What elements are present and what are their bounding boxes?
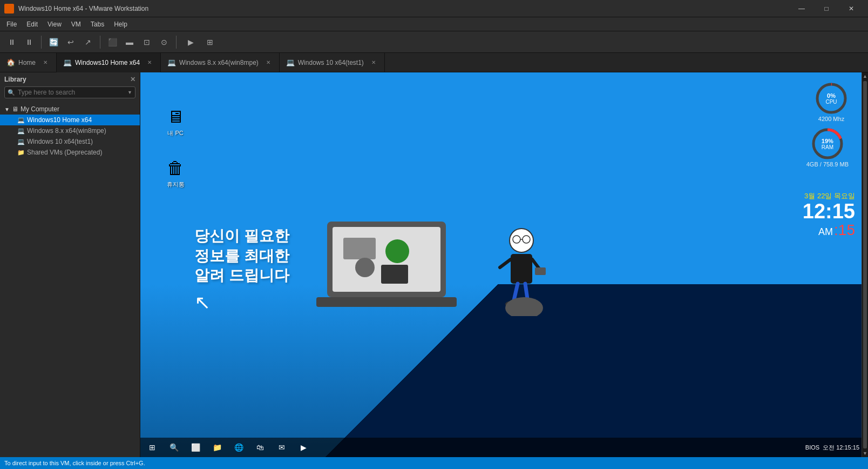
tab-win8[interactable]: 💻 Windows 8.x x64(win8mpe) ✕ <box>161 53 280 72</box>
vm-taskbar: ⊞ 🔍 ⬜ 📁 🌐 🛍 ✉ ▶ BIOS 오전 12:15:15 <box>140 438 862 457</box>
menu-help[interactable]: Help <box>110 19 132 29</box>
taskbar-taskview[interactable]: ⬜ <box>186 440 205 455</box>
ram-ring: 19% RAM <box>810 126 845 161</box>
search-dropdown-icon[interactable]: ▼ <box>127 90 132 95</box>
tree-item-win8-label: Windows 8.x x64(win8mpe) <box>27 127 106 135</box>
ram-percent: 19% <box>822 138 833 144</box>
tabs-bar: 🏠 Home ✕ 💻 Windows10 Home x64 ✕ 💻 Window… <box>0 53 868 72</box>
clock-seconds: :15 <box>834 222 855 239</box>
toolbar-sep-1 <box>41 36 42 49</box>
main-area: Library ✕ 🔍 ▼ ▼ 🖥 My Computer 💻 Windows1… <box>0 72 868 457</box>
svg-rect-5 <box>381 265 408 284</box>
taskbar-media[interactable]: ▶ <box>294 440 313 455</box>
toolbar-unity[interactable]: ⊙ <box>157 35 172 50</box>
menu-edit[interactable]: Edit <box>22 19 42 29</box>
menu-view[interactable]: View <box>43 19 66 29</box>
tab-home[interactable]: 🏠 Home ✕ <box>0 53 57 72</box>
sidebar: Library ✕ 🔍 ▼ ▼ 🖥 My Computer 💻 Windows1… <box>0 72 140 457</box>
toolbar-suspend[interactable]: ⏸ <box>4 35 19 50</box>
svg-line-12 <box>500 259 511 267</box>
tab-win10test-close[interactable]: ✕ <box>369 58 378 67</box>
tab-win10-close[interactable]: ✕ <box>145 58 154 67</box>
scroll-thumb[interactable] <box>863 81 867 448</box>
toolbar-fullscreen[interactable]: ⊡ <box>139 35 154 50</box>
cpu-percent: 0% <box>825 92 837 99</box>
status-bar: To direct input to this VM, click inside… <box>0 457 868 469</box>
tree-item-win10home-label: Windows10 Home x64 <box>27 116 92 124</box>
ram-detail: 4GB / 758.9 MB <box>806 161 849 168</box>
character-svg <box>494 224 548 316</box>
search-box: 🔍 ▼ <box>4 86 135 98</box>
mypc-icon: 🖥 <box>167 107 184 127</box>
svg-rect-4 <box>343 238 376 259</box>
tab-win8-label: Windows 8.x x64(win8mpe) <box>179 59 259 66</box>
recycle-icon: 🗑 <box>167 158 184 178</box>
tab-win8-close[interactable]: ✕ <box>264 58 273 67</box>
taskbar-explorer[interactable]: 📁 <box>207 440 227 455</box>
desktop-icon-mypc[interactable]: 🖥 내 PC <box>157 105 194 139</box>
tree-my-computer-label: My Computer <box>21 105 59 113</box>
tab-win10-icon: 💻 <box>63 58 72 66</box>
vm-scrollbar[interactable]: ▲ ▼ <box>862 72 868 457</box>
tree-item-win10home[interactable]: 💻 Windows10 Home x64 <box>0 115 140 125</box>
sidebar-close-button[interactable]: ✕ <box>130 76 135 83</box>
toolbar-sep-2 <box>100 36 100 49</box>
svg-rect-2 <box>316 297 457 307</box>
window-title: Windows10 Home x64 - VMware Workstation <box>18 5 785 12</box>
toolbar-fit1[interactable]: ⬛ <box>105 35 120 50</box>
toolbar-console[interactable]: ▶ <box>181 35 200 50</box>
tree-item-shared[interactable]: 📁 Shared VMs (Deprecated) <box>0 147 140 158</box>
toolbar-fit2[interactable]: ▬ <box>122 35 137 50</box>
search-icon: 🔍 <box>8 89 15 96</box>
mypc-label: 내 PC <box>167 129 183 137</box>
tree-expand-icon: ▼ <box>4 106 10 112</box>
cursor-graphic: ↖ <box>194 291 289 314</box>
clock-time: 12:15 <box>803 201 855 222</box>
tab-home-close[interactable]: ✕ <box>41 58 50 67</box>
tab-win10[interactable]: 💻 Windows10 Home x64 ✕ <box>57 53 161 72</box>
taskbar-clock: 오전 12:15:15 <box>823 444 859 452</box>
character-illustration <box>494 224 548 316</box>
tree-item-win10test-label: Windows 10 x64(test1) <box>27 138 93 145</box>
toolbar-pause[interactable]: ⏸ <box>22 35 37 50</box>
tab-win10-label: Windows10 Home x64 <box>75 59 140 66</box>
taskbar-store[interactable]: 🛍 <box>250 440 270 455</box>
tree-my-computer[interactable]: ▼ 🖥 My Computer <box>0 104 140 115</box>
svg-point-19 <box>505 297 543 316</box>
scroll-down-button[interactable]: ▼ <box>862 450 868 457</box>
vm-screen[interactable]: 🖥 내 PC 🗑 휴지통 당신이 필요한 정보를 최대한 알려 드립니다 ↖ <box>140 72 862 457</box>
taskbar-tray: BIOS 오전 12:15:15 <box>805 444 859 452</box>
taskbar-edge[interactable]: 🌐 <box>229 440 248 455</box>
taskbar-mail[interactable]: ✉ <box>272 440 291 455</box>
ram-widget: 19% RAM 4GB / 758.9 MB <box>806 126 849 168</box>
toolbar-send[interactable]: ↗ <box>80 35 96 50</box>
maximize-button[interactable]: □ <box>814 0 839 17</box>
start-button[interactable]: ⊞ <box>143 440 162 455</box>
tree-item-win8[interactable]: 💻 Windows 8.x x64(win8mpe) <box>0 125 140 136</box>
toolbar-sep-3 <box>176 36 177 49</box>
menu-tabs[interactable]: Tabs <box>86 19 109 29</box>
desktop-icon-recycle[interactable]: 🗑 휴지통 <box>157 156 194 191</box>
ram-ring-label: 19% RAM <box>822 138 833 150</box>
search-input[interactable] <box>4 86 135 98</box>
svg-rect-14 <box>535 267 546 275</box>
tab-win8-icon: 💻 <box>167 58 176 66</box>
close-button[interactable]: ✕ <box>839 0 864 17</box>
taskbar-search[interactable]: 🔍 <box>164 440 184 455</box>
toolbar-revert[interactable]: ↩ <box>63 35 78 50</box>
widgets-panel: 0% CPU 4200 Mhz 19% RAM <box>806 81 849 168</box>
sidebar-header: Library ✕ <box>0 72 140 86</box>
tree-item-shared-label: Shared VMs (Deprecated) <box>27 149 102 156</box>
tree-item-win10test[interactable]: 💻 Windows 10 x64(test1) <box>0 136 140 147</box>
toolbar-view[interactable]: ⊞ <box>202 35 218 50</box>
menu-vm[interactable]: VM <box>67 19 85 29</box>
vm-display-area[interactable]: 🖥 내 PC 🗑 휴지통 당신이 필요한 정보를 최대한 알려 드립니다 ↖ <box>140 72 862 457</box>
svg-point-3 <box>385 239 409 263</box>
minimize-button[interactable]: — <box>789 0 814 17</box>
scroll-up-button[interactable]: ▲ <box>862 72 868 80</box>
tab-win10test[interactable]: 💻 Windows 10 x64(test1) ✕ <box>280 53 385 72</box>
promo-line1: 당신이 필요한 <box>194 226 289 246</box>
sidebar-scroll[interactable]: ▼ 🖥 My Computer 💻 Windows10 Home x64 💻 W… <box>0 102 140 457</box>
toolbar-snapshot[interactable]: 🔄 <box>46 35 61 50</box>
menu-file[interactable]: File <box>2 19 21 29</box>
